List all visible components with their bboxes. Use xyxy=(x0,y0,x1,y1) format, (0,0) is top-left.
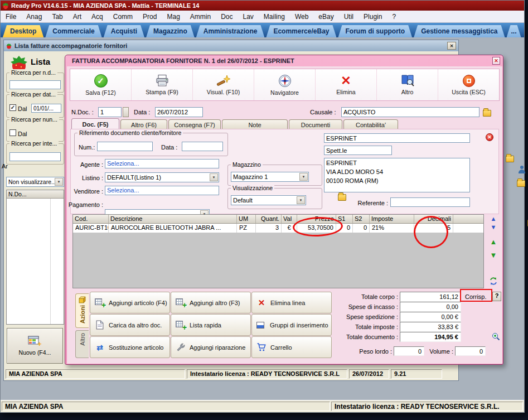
menu-comm[interactable]: Comm xyxy=(108,11,138,23)
menu-util[interactable]: Util xyxy=(339,11,359,23)
address-box[interactable]: ESPRINET VIA ALDO MORO 54 00100 ROMA (RM… xyxy=(324,158,470,192)
dal-checkbox-unchecked[interactable] xyxy=(9,129,16,136)
cell-imposte[interactable]: 21% xyxy=(370,224,414,233)
agente-select[interactable]: Seleziona... xyxy=(105,159,219,168)
cell-val[interactable]: € xyxy=(282,224,297,233)
aggiungi-riparazione-button[interactable]: Aggiungi riparazione xyxy=(171,336,251,358)
tab-gestione-messaggistica[interactable]: Gestione messaggistica xyxy=(414,25,505,37)
menu-file[interactable]: File xyxy=(1,11,21,23)
menu-web[interactable]: Web xyxy=(290,11,313,23)
menu-lav[interactable]: Lav xyxy=(238,11,259,23)
num-input[interactable] xyxy=(97,142,153,151)
fatture-table[interactable]: N.Do... xyxy=(6,190,64,325)
listino-dropdown[interactable]: DEFAULT(Listino 1) ▼ xyxy=(105,172,219,182)
menu-help[interactable]: ? xyxy=(387,11,401,23)
search-date-input[interactable] xyxy=(31,104,61,113)
tab-amministrazione[interactable]: Amministrazione xyxy=(196,25,265,37)
cell-s1[interactable]: 0 xyxy=(336,224,353,233)
lista-rapida-button[interactable]: + Lista rapida xyxy=(171,314,251,336)
menu-mailing[interactable]: Mailing xyxy=(259,11,290,23)
visualizzazione-dropdown[interactable]: Default ▼ xyxy=(231,195,306,205)
cell-s2[interactable]: 0 xyxy=(353,224,370,233)
dal-checkbox-checked[interactable]: ✓ xyxy=(9,104,16,111)
col-val[interactable]: Val xyxy=(282,215,297,223)
stampa-button[interactable]: Stampa (F9) xyxy=(132,69,193,100)
menu-acq[interactable]: Acq xyxy=(86,11,108,23)
refresh-icon[interactable] xyxy=(489,277,498,286)
fornitore-input[interactable] xyxy=(324,133,470,143)
col-imposte[interactable]: Imposte xyxy=(370,215,414,223)
menu-mag[interactable]: Mag xyxy=(162,11,185,23)
col-decimali[interactable]: Decimali xyxy=(414,215,453,223)
search-int-input[interactable] xyxy=(9,152,61,161)
zoom-plus-icon[interactable] xyxy=(492,332,500,341)
tab-doc-f5[interactable]: Doc. (F5) xyxy=(71,118,119,130)
chevron-down-icon[interactable]: ▼ xyxy=(297,196,305,204)
tab-overflow[interactable]: ... xyxy=(507,25,521,37)
aggiungi-altro-button[interactable]: + Aggiungi altro (F3) xyxy=(171,292,251,313)
carrello-button[interactable]: Carrello xyxy=(251,336,332,358)
filter-dropdown[interactable]: Non visualizzare... ▼ xyxy=(6,177,64,187)
elimina-button[interactable]: ✕ Elimina xyxy=(316,69,377,100)
spettle-input[interactable] xyxy=(324,146,392,155)
corrisp-label[interactable]: Corrisp. xyxy=(465,293,487,300)
cell-descrizione[interactable]: AUROCOLARE BLUETOOTH JABRA ... xyxy=(109,224,237,233)
menu-plugin[interactable]: Plugin xyxy=(359,11,387,23)
carica-da-altro-doc-button[interactable]: Carica da altro doc. xyxy=(90,314,170,336)
gruppi-di-inserimento-button[interactable]: Gruppi di inserimento xyxy=(251,314,332,336)
lista-close-button[interactable]: ✕ xyxy=(447,42,456,50)
sostituzione-articolo-button[interactable]: ⇄ Sostituzione articolo xyxy=(90,336,170,358)
visual-button[interactable]: Visual. (F10) xyxy=(193,69,254,100)
ndoc-input[interactable] xyxy=(98,107,122,117)
elimina-linea-button[interactable]: ✕ Elimina linea xyxy=(251,292,332,313)
magazzino-folder-icon[interactable] xyxy=(338,194,346,201)
causale-input[interactable] xyxy=(341,107,479,117)
navigatore-button[interactable]: Navigatore xyxy=(254,69,316,100)
tab-ecommerce-ebay[interactable]: Ecommerce/eBay xyxy=(266,25,336,37)
col-quant[interactable]: Quant. xyxy=(256,215,282,223)
altro-button[interactable]: Altro xyxy=(377,69,438,100)
ndoc-expand-button[interactable] xyxy=(123,107,129,117)
search-ndoc-input[interactable] xyxy=(9,80,61,89)
menu-tab[interactable]: Tab xyxy=(47,11,67,23)
cell-prezzo[interactable]: 53,70500 xyxy=(297,224,336,233)
fornitore-remove-icon[interactable]: ✕ xyxy=(486,133,493,141)
uscita-button[interactable]: Uscita (ESC) xyxy=(438,69,499,100)
col-um[interactable]: UM xyxy=(237,215,256,223)
tab-magazzino[interactable]: Magazzino xyxy=(146,25,195,37)
cell-cod[interactable]: AURIC-BT100 xyxy=(73,224,109,233)
tab-desktop[interactable]: Desktop xyxy=(3,25,43,37)
aggiungi-articolo-button[interactable]: + Aggiungi articolo (F4) xyxy=(90,292,170,313)
menu-anag[interactable]: Anag xyxy=(21,11,47,23)
chevron-down-icon[interactable]: ▼ xyxy=(210,173,218,181)
azioni-vertical-tab[interactable]: Azioni xyxy=(75,293,89,328)
tab-commerciale[interactable]: Commerciale xyxy=(45,25,101,37)
menu-ammin[interactable]: Ammin xyxy=(185,11,216,23)
tab-forum-di-supporto[interactable]: Forum di supporto xyxy=(338,25,412,37)
causale-folder-icon[interactable] xyxy=(483,110,491,117)
magazzino-dropdown[interactable]: Magazzino 1 ▼ xyxy=(231,172,309,182)
menu-prod[interactable]: Prod xyxy=(138,11,162,23)
fornitore-folder-icon[interactable] xyxy=(506,156,514,162)
col-cod[interactable]: Cod. xyxy=(73,215,109,223)
chevron-down-icon[interactable]: ▼ xyxy=(55,178,63,186)
fatture-table-header[interactable]: N.Do... xyxy=(7,190,64,199)
menu-ebay[interactable]: eBay xyxy=(313,11,338,23)
menu-doc[interactable]: Doc xyxy=(216,11,238,23)
salva-button[interactable]: ✓ Salva (F12) xyxy=(70,69,132,100)
menu-art[interactable]: Art xyxy=(68,11,86,23)
tab-acquisti[interactable]: Acquisti xyxy=(104,25,144,37)
help-button[interactable]: ? xyxy=(492,292,501,301)
move-up-blue-button[interactable]: ▲ xyxy=(489,216,498,222)
move-down-blue-button[interactable]: ▼ xyxy=(489,224,498,230)
cell-um[interactable]: PZ xyxy=(237,224,256,233)
col-s1[interactable]: S1 xyxy=(336,215,353,223)
venditore-select[interactable]: Seleziona... xyxy=(105,186,219,195)
col-descrizione[interactable]: Descrizione xyxy=(109,215,237,223)
altro-vertical-tab[interactable]: Altro xyxy=(75,330,89,358)
move-down-green-button[interactable]: ▼ xyxy=(489,252,498,258)
col-s2[interactable]: S2 xyxy=(353,215,370,223)
dialog-close-button[interactable]: ✕ xyxy=(492,57,500,65)
move-up-green-button[interactable]: ▲ xyxy=(489,239,498,245)
rif-data-input[interactable] xyxy=(182,142,223,151)
